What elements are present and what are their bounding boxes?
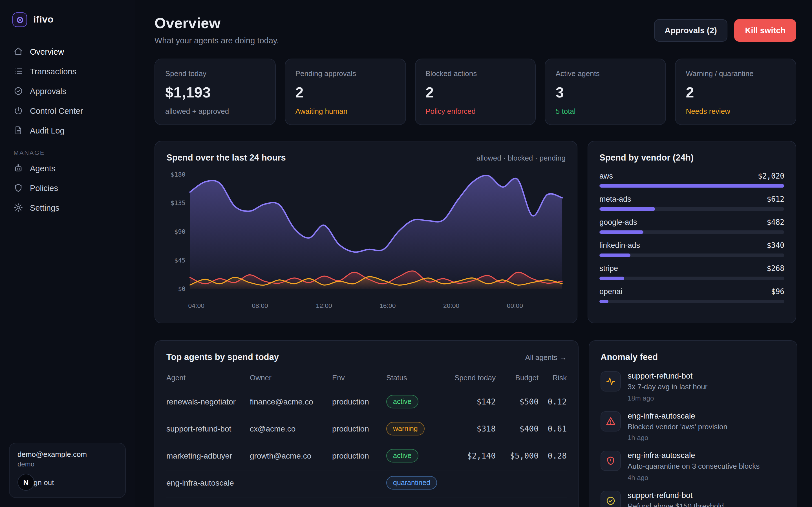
agent-owner [250,470,332,497]
vendor-name: aws [599,172,613,180]
svg-text:08:00: 08:00 [252,302,268,309]
stat-value: 2 [686,84,785,101]
vendor-name: google-ads [599,218,637,226]
shield-icon [13,183,23,193]
sidebar-item-agents[interactable]: Agents [8,158,127,178]
sidebar-item-audit-log[interactable]: Audit Log [8,121,127,140]
anomaly-item[interactable]: eng-infra-autoscale Blocked vendor 'aws'… [601,411,785,442]
sidebar-item-label: Transactions [30,67,77,76]
home-icon [13,47,23,56]
anomaly-time: 18m ago [627,394,707,402]
shield-alert-icon [606,456,616,466]
agent-budget [496,470,539,497]
robot-icon [13,163,23,173]
col-status: Status [386,370,449,389]
vendor-amount: $340 [767,241,784,249]
anomaly-desc: Refund above $150 threshold [627,501,724,507]
table-row[interactable]: marketing-adbuyer growth@acme.co product… [166,443,567,470]
page-header: Overview What your agents are doing toda… [154,15,796,45]
top-agents-panel: Top agents by spend today All agents → A… [154,340,578,507]
manage-section-label: MANAGE [13,149,121,156]
vendor-row: linkedin-ads$340 [599,241,784,257]
sidebar: ifivo Overview Transactions Approvals Co… [0,0,135,507]
vendor-row: openai$96 [599,287,784,303]
vendor-amount: $96 [771,287,784,296]
logo-icon [12,12,27,27]
sidebar-item-overview[interactable]: Overview [8,42,127,61]
agent-env: production [332,389,386,416]
svg-text:20:00: 20:00 [443,302,459,309]
svg-text:16:00: 16:00 [379,302,396,309]
stat-value: 2 [425,84,525,101]
table-row[interactable]: support-refund-bot cx@acme.co production… [166,416,567,443]
agent-budget: $500 [496,389,539,416]
sidebar-item-approvals[interactable]: Approvals [8,81,127,101]
user-card: demo@example.com demo N Sign out [9,443,126,498]
anomaly-item[interactable]: eng-infra-autoscale Auto-quarantine on 3… [601,451,785,482]
svg-text:$45: $45 [174,257,186,264]
agent-risk: 0.28 [539,443,567,470]
stat-card-pending-approvals: Pending approvals 2 Awaiting human [285,59,406,125]
all-agents-link[interactable]: All agents → [525,353,567,361]
vendor-amount: $268 [767,264,784,273]
stat-label: Blocked actions [425,69,525,78]
agent-owner: cx@acme.co [250,416,332,443]
sidebar-item-label: Policies [30,183,58,192]
agents-table-title: Top agents by spend today [166,352,279,362]
status-badge: active [386,449,418,462]
agent-spend: $318 [449,416,496,443]
vendor-spend-panel: Spend by vendor (24h) aws$2,020 meta-ads… [588,141,796,323]
avatar[interactable]: N [17,474,35,491]
sidebar-item-policies[interactable]: Policies [8,178,127,198]
vendor-bar-fill [599,253,630,257]
approvals-button[interactable]: Approvals (2) [654,19,727,42]
stat-value: 3 [556,84,656,101]
vendor-bar-fill [599,230,644,234]
vendor-amount: $612 [767,195,784,203]
stat-note: Needs review [686,107,785,115]
stat-label: Pending approvals [296,69,395,78]
anomaly-item[interactable]: support-refund-bot 3x 7-day avg in last … [601,371,785,402]
vendor-bar-track [599,230,784,234]
table-row[interactable]: eng-infra-autoscale quarantined [166,470,567,497]
vendor-bar-fill [599,184,784,187]
stat-note: Awaiting human [296,107,395,115]
svg-text:$90: $90 [174,228,186,235]
stat-label: Active agents [556,69,656,78]
vendor-row: google-ads$482 [599,218,784,234]
anomaly-item[interactable]: support-refund-bot Refund above $150 thr… [601,490,785,507]
sidebar-item-transactions[interactable]: Transactions [8,61,127,81]
anomaly-agent: support-refund-bot [627,490,724,499]
file-text-icon [13,126,23,135]
anomaly-time: 4h ago [627,473,760,482]
vendor-bar-track [599,207,784,211]
sidebar-item-label: Control Center [30,106,83,115]
agent-risk [539,470,567,497]
main-content: Overview What your agents are doing toda… [135,0,812,507]
agent-name: renewals-negotiator [166,389,250,416]
sidebar-item-label: Approvals [30,87,66,96]
agent-env [332,470,386,497]
vendor-bar-track [599,277,784,280]
spend-chart-panel: Spend over the last 24 hours allowed · b… [154,141,577,323]
agents-table: Agent Owner Env Status Spend today Budge… [166,370,567,497]
stat-label: Warning / quarantine [686,69,785,78]
gear-icon [13,203,23,212]
stat-card-spend-today: Spend today $1,193 allowed + approved [154,59,276,125]
table-row[interactable]: renewals-negotiator finance@acme.co prod… [166,389,567,416]
sidebar-item-settings[interactable]: Settings [8,198,127,217]
anomaly-time: 1h ago [627,434,727,442]
vendor-bar-fill [599,300,608,303]
agent-name: marketing-adbuyer [166,443,250,470]
vendor-row: meta-ads$612 [599,195,784,211]
kill-switch-button[interactable]: Kill switch [734,19,796,42]
agent-name: support-refund-bot [166,416,250,443]
app-name: ifivo [33,14,54,25]
agent-budget: $400 [496,416,539,443]
chart-legend: allowed · blocked · pending [476,154,566,162]
vendor-amount: $2,020 [758,172,784,180]
page-title: Overview [154,15,279,32]
sidebar-item-control-center[interactable]: Control Center [8,101,127,121]
vendor-panel-title: Spend by vendor (24h) [599,153,784,163]
stat-card-warning-quarantine: Warning / quarantine 2 Needs review [675,59,796,125]
